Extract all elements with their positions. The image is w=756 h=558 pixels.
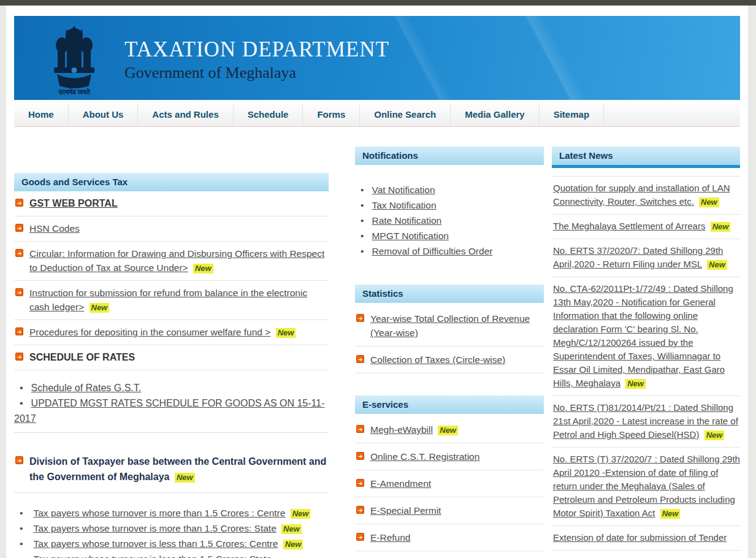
notification-item: Vat Notification — [355, 182, 544, 197]
nav-item[interactable]: Home — [14, 103, 69, 126]
news-link[interactable]: No. CTA-62/2011Pt-1/72/49 : Dated Shillo… — [553, 283, 733, 388]
division-heading-row: ➔ Division of Taxpayer base between the … — [14, 454, 329, 493]
gst-link[interactable]: GST WEB PORTAL — [29, 198, 118, 208]
taxpayer-item: Tax payers whose turnover is more than 1… — [14, 505, 329, 521]
new-badge: New — [699, 197, 719, 207]
statistics-link[interactable]: Year-wise Total Collection of Revenue (Y… — [370, 313, 530, 338]
new-badge: New — [283, 540, 304, 549]
nav-item[interactable]: Acts and Rules — [138, 103, 233, 126]
orange-arrow-icon: ➔ — [15, 199, 23, 207]
gst-link[interactable]: Instruction for submission for refund fr… — [29, 288, 307, 312]
new-badge: New — [707, 260, 727, 270]
notifications-section: Notifications Vat Notification Tax Notif… — [355, 147, 544, 259]
orange-arrow-icon: ➔ — [356, 506, 364, 514]
orange-arrow-icon: ➔ — [356, 533, 364, 541]
main-navigation: Home About Us Acts and Rules Schedule Fo… — [14, 103, 740, 127]
emblem-motto: सत्यमेव जयते — [39, 88, 110, 96]
notification-link[interactable]: Rate Notification — [372, 215, 441, 226]
new-badge: New — [711, 222, 731, 232]
orange-arrow-icon: ➔ — [15, 353, 23, 361]
gst-section-header: Goods and Services Tax — [14, 173, 329, 191]
new-badge: New — [175, 473, 195, 483]
national-emblem-icon — [46, 21, 102, 90]
orange-arrow-icon: ➔ — [15, 224, 23, 232]
eservice-link[interactable]: Megh-eWaybill — [370, 424, 433, 435]
statistics-header: Statistics — [355, 285, 544, 303]
news-link[interactable]: Extension of date for submission of Tend… — [553, 532, 727, 543]
news-link[interactable]: No. ERTS 37/2020/7: Dated Shillong 29th … — [553, 245, 723, 269]
news-item: No. ERTS 37/2020/7: Dated Shillong 29th … — [552, 239, 740, 277]
nav-item[interactable]: Sitemap — [540, 103, 604, 126]
orange-arrow-icon: ➔ — [356, 479, 364, 487]
latest-news-list: Quotation for supply and installation of… — [552, 176, 740, 558]
taxpayer-link[interactable]: Tax payers whose turnover is more than 1… — [33, 508, 285, 518]
schedule-rate-item: UPDATED MGST RATES SCHEDULE FOR GOODS AS… — [14, 396, 329, 426]
browser-top-bar — [0, 0, 756, 6]
gst-link-list: ➔ GST WEB PORTAL ➔ HSN Codes — [14, 191, 329, 370]
nav-item[interactable]: Schedule — [234, 103, 304, 126]
taxpayer-link[interactable]: Tax payers whose turnover is less than 1… — [33, 538, 278, 549]
news-item: Quotation for supply and installation of… — [552, 177, 740, 215]
gst-link[interactable]: HSN Codes — [29, 223, 80, 234]
news-link[interactable]: No. ERTS (T) 37/2020/7 : Dated Shillong … — [553, 454, 740, 518]
eservice-link[interactable]: E-Special Permit — [370, 505, 441, 516]
notifications-list: Vat Notification Tax Notification Rate N… — [355, 182, 544, 259]
taxpayer-item: Tax payers whose turnover is more than 1… — [14, 521, 329, 536]
eservice-link[interactable]: E-Refund — [370, 532, 410, 543]
notification-link[interactable]: Removal of Difficulties Order — [372, 246, 492, 256]
statistics-list: ➔ Year-wise Total Collection of Revenue … — [355, 305, 544, 373]
gst-link-row: ➔ Instruction for submission for refund … — [14, 281, 329, 320]
statistics-row: ➔ Year-wise Total Collection of Revenue … — [355, 305, 544, 346]
notification-item: Removal of Difficulties Order — [355, 243, 544, 259]
orange-arrow-icon: ➔ — [15, 249, 23, 257]
news-item: The Meghalaya Settlement of Arrears New — [552, 215, 740, 239]
latest-news-column: Latest News Quotation for supply and ins… — [552, 147, 740, 558]
notification-link[interactable]: Tax Notification — [372, 200, 436, 210]
middle-column: Notifications Vat Notification Tax Notif… — [355, 147, 544, 558]
statistics-row: ➔ Collection of Taxes (Circle-wise) — [355, 346, 544, 373]
gst-link[interactable]: SCHEDULE OF RATES — [29, 352, 135, 362]
gst-link-row: ➔ SCHEDULE OF RATES — [14, 345, 329, 370]
new-badge: New — [438, 426, 458, 435]
nav-item[interactable]: Online Search — [360, 103, 451, 126]
nav-item[interactable]: Forms — [303, 103, 360, 126]
main-content: Goods and Services Tax ➔ GST WEB PORTAL … — [14, 127, 740, 558]
notification-link[interactable]: MPGT Notification — [372, 231, 448, 241]
taxpayer-link[interactable]: Tax payers whose turnover is less than 1… — [33, 554, 272, 558]
new-badge: New — [276, 328, 296, 338]
notification-item: Rate Notification — [355, 213, 544, 228]
new-badge: New — [625, 379, 646, 389]
gst-link[interactable]: Circular: Information for Drawing and Di… — [29, 248, 324, 273]
new-badge: New — [90, 303, 110, 313]
gst-link-row: ➔ GST WEB PORTAL — [14, 191, 329, 216]
news-item: No. ERTS (T) 37/2020/7 : Dated Shillong … — [552, 448, 740, 526]
eservice-row: ➔ V.A.T. Dealer Profile — [355, 551, 544, 558]
statistics-link[interactable]: Collection of Taxes (Circle-wise) — [370, 354, 505, 365]
schedule-rate-item: Schedule of Rates G.S.T. — [14, 380, 329, 396]
notification-link[interactable]: Vat Notification — [372, 185, 435, 195]
new-badge: New — [281, 524, 302, 534]
orange-arrow-icon: ➔ — [356, 425, 364, 433]
notification-item: Tax Notification — [355, 197, 544, 213]
news-link[interactable]: The Meghalaya Settlement of Arrears — [553, 221, 705, 231]
new-badge: New — [291, 509, 311, 519]
news-item: No. ERTS (T)81/2014/Pt/21 : Dated Shillo… — [552, 396, 740, 448]
orange-arrow-icon: ➔ — [356, 355, 364, 363]
taxpayer-link[interactable]: Tax payers whose turnover is more than 1… — [33, 523, 276, 533]
orange-arrow-icon: ➔ — [356, 314, 364, 322]
eservice-link[interactable]: Online C.S.T. Registration — [370, 451, 479, 462]
new-badge: New — [704, 430, 725, 440]
gst-column: Goods and Services Tax ➔ GST WEB PORTAL … — [14, 173, 329, 558]
eservice-row: ➔ Online C.S.T. Registration — [355, 443, 544, 470]
gst-link-row: ➔ HSN Codes — [14, 216, 329, 242]
gst-link-row: ➔ Procedures for depositing in the consu… — [14, 320, 329, 345]
notification-item: MPGT Notification — [355, 228, 544, 243]
schedule-rate-link[interactable]: Schedule of Rates G.S.T. — [31, 383, 142, 393]
eservice-row: ➔ E-Amendment — [355, 470, 544, 497]
gst-link[interactable]: Procedures for depositing in the consume… — [29, 327, 270, 337]
schedule-rate-link[interactable]: UPDATED MGST RATES SCHEDULE FOR GOODS AS… — [14, 398, 325, 424]
orange-arrow-icon: ➔ — [15, 288, 23, 296]
nav-item[interactable]: About Us — [69, 103, 139, 126]
eservice-link[interactable]: E-Amendment — [370, 478, 431, 489]
nav-item[interactable]: Media Gallery — [451, 103, 540, 126]
